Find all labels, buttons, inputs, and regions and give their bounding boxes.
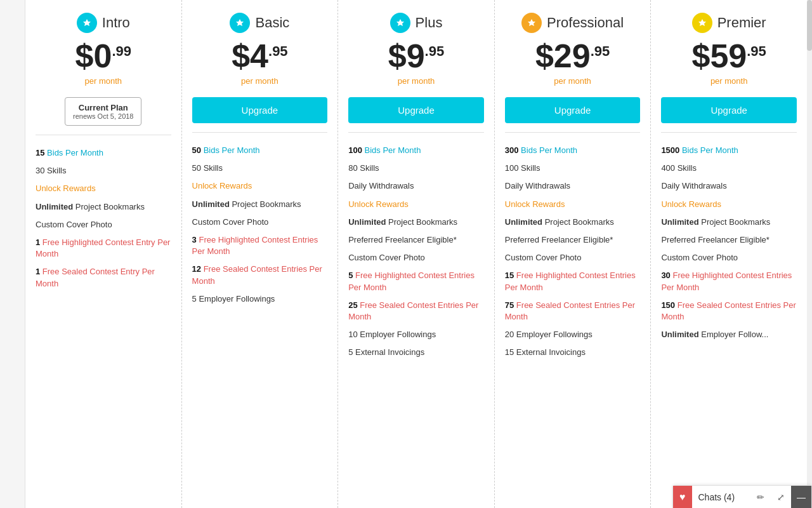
plan-price-cents: .95 xyxy=(747,44,766,58)
feature-item: 30 Skills xyxy=(36,162,171,180)
page-wrapper: Intro $0.99 per month Current Plan renew… xyxy=(0,0,812,508)
feature-contest: 75 Free Sealed Contest Entries Per Month xyxy=(505,297,641,326)
scrollbar-thumb[interactable] xyxy=(807,0,812,51)
feature-unlock-rewards[interactable]: Unlock Rewards xyxy=(661,196,797,213)
plan-icon-name: Premier xyxy=(661,13,797,33)
feature-item: Custom Cover Photo xyxy=(348,249,484,267)
plan-action-basic[interactable]: Upgrade xyxy=(192,97,328,123)
plan-price-whole: $29 xyxy=(535,39,591,72)
feature-item: Custom Cover Photo xyxy=(36,216,171,234)
feature-bids: 100 Bids Per Month xyxy=(348,142,484,159)
renews-label: renews Oct 5, 2018 xyxy=(73,112,133,120)
feature-unlimited-bookmarks: Unlimited Project Bookmarks xyxy=(661,213,797,231)
feature-item: Daily Withdrawals xyxy=(505,177,641,195)
current-plan-label: Current Plan xyxy=(73,103,133,112)
chat-bar[interactable]: ♥ Chats (4) ✏ ⤢ — xyxy=(672,485,812,508)
plan-column-intro: Intro $0.99 per month Current Plan renew… xyxy=(25,0,182,508)
plan-divider-professional xyxy=(505,132,641,133)
plan-header-basic: Basic $4.95 per month xyxy=(192,13,328,86)
chat-bar-label[interactable]: Chats (4) xyxy=(692,492,751,502)
plan-action-plus[interactable]: Upgrade xyxy=(348,97,484,123)
feature-item: 10 Employer Followings xyxy=(348,326,484,344)
feature-item: Custom Cover Photo xyxy=(505,249,641,267)
feature-list-premier: 1500 Bids Per Month400 SkillsDaily Withd… xyxy=(661,142,797,344)
per-month-professional: per month xyxy=(505,76,641,86)
plan-name-premier: Premier xyxy=(717,15,766,31)
plan-divider-plus xyxy=(348,132,484,133)
plan-price-whole: $4 xyxy=(232,39,268,72)
upgrade-button-premier[interactable]: Upgrade xyxy=(661,97,797,123)
feature-list-professional: 300 Bids Per Month100 SkillsDaily Withdr… xyxy=(505,142,641,361)
per-month-intro: per month xyxy=(36,76,171,86)
feature-item: 15 External Invoicings xyxy=(505,344,641,361)
feature-unlimited-bookmarks: Unlimited Employer Follow... xyxy=(661,326,797,344)
feature-item: 5 External Invoicings xyxy=(348,344,484,361)
chat-expand-button[interactable]: ⤢ xyxy=(771,486,791,509)
plan-price-whole: $0 xyxy=(75,39,112,72)
feature-unlimited-bookmarks: Unlimited Project Bookmarks xyxy=(36,198,171,216)
feature-bids: 50 Bids Per Month xyxy=(192,142,328,159)
feature-item: Daily Withdrawals xyxy=(661,177,797,195)
chat-compose-button[interactable]: ✏ xyxy=(750,486,771,509)
feature-item: 50 Skills xyxy=(192,159,328,177)
plan-price-cents: .95 xyxy=(268,44,288,58)
feature-item: 400 Skills xyxy=(661,159,797,177)
plan-icon-name: Professional xyxy=(505,13,641,33)
plan-action-intro[interactable]: Current Plan renews Oct 5, 2018 xyxy=(36,97,171,126)
upgrade-button-plus[interactable]: Upgrade xyxy=(348,97,484,123)
feature-item: 20 Employer Followings xyxy=(505,326,641,344)
plan-price-premier: $59.95 xyxy=(661,39,797,72)
feature-item: Daily Withdrawals xyxy=(348,177,484,195)
plan-price-basic: $4.95 xyxy=(192,39,328,72)
feature-contest: 3 Free Highlighted Contest Entries Per M… xyxy=(192,231,328,260)
feature-contest: 30 Free Highlighted Contest Entries Per … xyxy=(661,267,797,296)
feature-unlock-rewards[interactable]: Unlock Rewards xyxy=(192,177,328,195)
feature-unlimited-bookmarks: Unlimited Project Bookmarks xyxy=(192,196,328,213)
feature-unlock-rewards[interactable]: Unlock Rewards xyxy=(36,180,171,197)
plan-icon-intro xyxy=(77,13,97,33)
plan-price-whole: $59 xyxy=(691,39,747,72)
feature-item: 5 Employer Followings xyxy=(192,290,328,308)
feature-contest: 15 Free Highlighted Contest Entries Per … xyxy=(505,267,641,296)
feature-bids: 1500 Bids Per Month xyxy=(661,142,797,159)
feature-item: Preferred Freelancer Eligible* xyxy=(661,231,797,249)
upgrade-button-professional[interactable]: Upgrade xyxy=(505,97,641,123)
plans-container: Intro $0.99 per month Current Plan renew… xyxy=(25,0,807,508)
feature-contest: 25 Free Sealed Contest Entries Per Month xyxy=(348,297,484,326)
feature-unlimited-bookmarks: Unlimited Project Bookmarks xyxy=(348,213,484,231)
scrollbar[interactable] xyxy=(807,0,812,508)
feature-contest: 1 Free Sealed Contest Entry Per Month xyxy=(36,263,171,292)
upgrade-button-basic[interactable]: Upgrade xyxy=(192,97,328,123)
feature-contest: 5 Free Highlighted Contest Entries Per M… xyxy=(348,267,484,296)
plan-name-professional: Professional xyxy=(547,15,624,31)
feature-item: Custom Cover Photo xyxy=(192,213,328,231)
feature-contest: 1 Free Highlighted Contest Entry Per Mon… xyxy=(36,234,171,263)
feature-bids: 300 Bids Per Month xyxy=(505,142,641,159)
plan-header-professional: Professional $29.95 per month xyxy=(505,13,641,86)
plan-action-premier[interactable]: Upgrade xyxy=(661,97,797,123)
plan-icon-name: Basic xyxy=(192,13,328,33)
plan-price-professional: $29.95 xyxy=(505,39,641,72)
plan-name-plus: Plus xyxy=(416,15,443,31)
chat-minimize-button[interactable]: — xyxy=(791,486,811,509)
chat-heart-icon: ♥ xyxy=(673,486,692,509)
plan-price-cents: .95 xyxy=(591,44,610,58)
per-month-plus: per month xyxy=(348,76,484,86)
feature-item: Preferred Freelancer Eligible* xyxy=(505,231,641,249)
feature-unlock-rewards[interactable]: Unlock Rewards xyxy=(348,196,484,213)
feature-item: Custom Cover Photo xyxy=(661,249,797,267)
left-sidebar xyxy=(0,0,25,508)
plan-name-intro: Intro xyxy=(102,15,130,31)
plan-icon-name: Plus xyxy=(348,13,484,33)
feature-contest: 150 Free Sealed Contest Entries Per Mont… xyxy=(661,297,797,326)
plan-action-professional[interactable]: Upgrade xyxy=(505,97,641,123)
plan-column-basic: Basic $4.95 per month Upgrade 50 Bids Pe… xyxy=(182,0,339,508)
feature-bids: 15 Bids Per Month xyxy=(36,144,171,162)
feature-unlock-rewards[interactable]: Unlock Rewards xyxy=(505,196,641,213)
feature-item: 100 Skills xyxy=(505,159,641,177)
plan-icon-premier xyxy=(692,13,712,33)
plan-header-premier: Premier $59.95 per month xyxy=(661,13,797,86)
plan-icon-name: Intro xyxy=(36,13,171,33)
plan-column-professional: Professional $29.95 per month Upgrade 30… xyxy=(495,0,652,508)
feature-list-basic: 50 Bids Per Month50 SkillsUnlock Rewards… xyxy=(192,142,328,308)
